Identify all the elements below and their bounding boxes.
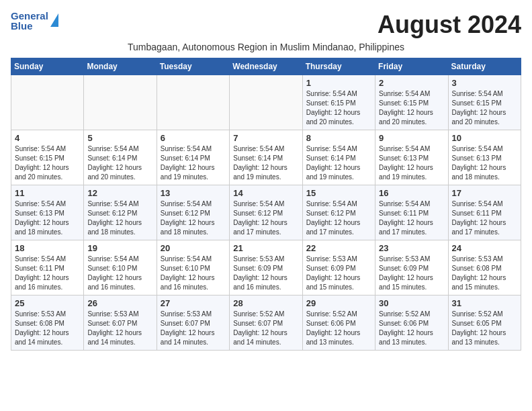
day-info: Sunrise: 5:54 AMSunset: 6:15 PMDaylight:… [306, 89, 371, 127]
day-number: 29 [306, 298, 371, 308]
calendar-cell: 28Sunrise: 5:52 AMSunset: 6:07 PMDayligh… [230, 295, 302, 351]
day-info: Sunrise: 5:53 AMSunset: 6:07 PMDaylight:… [161, 310, 226, 347]
day-number: 19 [87, 243, 152, 253]
weekday-header-sunday: Sunday [11, 58, 84, 75]
calendar-cell: 24Sunrise: 5:53 AMSunset: 6:08 PMDayligh… [448, 240, 521, 295]
day-info: Sunrise: 5:54 AMSunset: 6:11 PMDaylight:… [452, 199, 517, 237]
calendar-cell: 1Sunrise: 5:54 AMSunset: 6:15 PMDaylight… [302, 75, 375, 130]
day-info: Sunrise: 5:53 AMSunset: 6:08 PMDaylight:… [15, 310, 80, 347]
day-number: 3 [452, 78, 517, 88]
calendar-cell: 11Sunrise: 5:54 AMSunset: 6:13 PMDayligh… [11, 185, 84, 240]
week-row-3: 11Sunrise: 5:54 AMSunset: 6:13 PMDayligh… [11, 185, 521, 240]
calendar-table: SundayMondayTuesdayWednesdayThursdayFrid… [11, 58, 521, 351]
weekday-header-monday: Monday [84, 58, 157, 75]
calendar-cell: 27Sunrise: 5:53 AMSunset: 6:07 PMDayligh… [157, 295, 229, 351]
day-number: 25 [15, 298, 80, 308]
calendar-cell: 8Sunrise: 5:54 AMSunset: 6:14 PMDaylight… [302, 130, 375, 185]
day-info: Sunrise: 5:54 AMSunset: 6:11 PMDaylight:… [379, 199, 444, 237]
day-info: Sunrise: 5:53 AMSunset: 6:09 PMDaylight:… [379, 255, 444, 292]
day-number: 11 [15, 188, 80, 198]
day-number: 2 [379, 78, 444, 88]
day-info: Sunrise: 5:53 AMSunset: 6:09 PMDaylight:… [306, 255, 371, 292]
day-info: Sunrise: 5:54 AMSunset: 6:13 PMDaylight:… [15, 199, 80, 237]
calendar-cell: 19Sunrise: 5:54 AMSunset: 6:10 PMDayligh… [84, 240, 157, 295]
day-number: 18 [15, 243, 80, 253]
logo: General Blue [11, 11, 58, 31]
day-info: Sunrise: 5:54 AMSunset: 6:15 PMDaylight:… [452, 89, 517, 127]
day-number: 1 [306, 78, 371, 88]
calendar-cell: 15Sunrise: 5:54 AMSunset: 6:12 PMDayligh… [302, 185, 375, 240]
day-number: 17 [452, 188, 517, 198]
day-info: Sunrise: 5:53 AMSunset: 6:09 PMDaylight:… [233, 255, 298, 292]
calendar-cell: 31Sunrise: 5:52 AMSunset: 6:05 PMDayligh… [448, 295, 521, 351]
day-info: Sunrise: 5:54 AMSunset: 6:13 PMDaylight:… [452, 144, 517, 182]
day-info: Sunrise: 5:54 AMSunset: 6:15 PMDaylight:… [15, 144, 80, 182]
calendar-cell: 29Sunrise: 5:52 AMSunset: 6:06 PMDayligh… [302, 295, 375, 351]
calendar-cell [11, 75, 84, 130]
day-number: 21 [233, 243, 298, 253]
calendar-cell: 18Sunrise: 5:54 AMSunset: 6:11 PMDayligh… [11, 240, 84, 295]
day-info: Sunrise: 5:54 AMSunset: 6:14 PMDaylight:… [306, 144, 371, 182]
day-info: Sunrise: 5:54 AMSunset: 6:15 PMDaylight:… [379, 89, 444, 127]
day-number: 22 [306, 243, 371, 253]
calendar-cell [157, 75, 229, 130]
weekday-header-row: SundayMondayTuesdayWednesdayThursdayFrid… [11, 58, 521, 75]
calendar-cell: 14Sunrise: 5:54 AMSunset: 6:12 PMDayligh… [230, 185, 302, 240]
day-number: 30 [379, 298, 444, 308]
calendar-cell: 4Sunrise: 5:54 AMSunset: 6:15 PMDaylight… [11, 130, 84, 185]
day-number: 4 [15, 133, 80, 143]
weekday-header-friday: Friday [375, 58, 448, 75]
day-info: Sunrise: 5:54 AMSunset: 6:11 PMDaylight:… [15, 255, 80, 292]
day-number: 6 [161, 133, 226, 143]
calendar-cell: 2Sunrise: 5:54 AMSunset: 6:15 PMDaylight… [375, 75, 448, 130]
weekday-header-wednesday: Wednesday [230, 58, 302, 75]
day-number: 31 [452, 298, 517, 308]
day-number: 9 [379, 133, 444, 143]
day-info: Sunrise: 5:52 AMSunset: 6:05 PMDaylight:… [452, 310, 517, 347]
day-number: 10 [452, 133, 517, 143]
day-info: Sunrise: 5:54 AMSunset: 6:10 PMDaylight:… [87, 255, 152, 292]
week-row-2: 4Sunrise: 5:54 AMSunset: 6:15 PMDaylight… [11, 130, 521, 185]
logo-blue: Blue [11, 21, 48, 31]
day-number: 28 [233, 298, 298, 308]
calendar-cell: 30Sunrise: 5:52 AMSunset: 6:06 PMDayligh… [375, 295, 448, 351]
week-row-4: 18Sunrise: 5:54 AMSunset: 6:11 PMDayligh… [11, 240, 521, 295]
day-info: Sunrise: 5:54 AMSunset: 6:13 PMDaylight:… [379, 144, 444, 182]
weekday-header-thursday: Thursday [302, 58, 375, 75]
calendar-cell: 20Sunrise: 5:54 AMSunset: 6:10 PMDayligh… [157, 240, 229, 295]
day-info: Sunrise: 5:52 AMSunset: 6:06 PMDaylight:… [379, 310, 444, 347]
calendar-cell: 16Sunrise: 5:54 AMSunset: 6:11 PMDayligh… [375, 185, 448, 240]
day-number: 27 [161, 298, 226, 308]
day-info: Sunrise: 5:54 AMSunset: 6:10 PMDaylight:… [161, 255, 226, 292]
subtitle: Tumbagaan, Autonomous Region in Muslim M… [11, 42, 521, 52]
day-number: 12 [87, 188, 152, 198]
day-number: 26 [87, 298, 152, 308]
calendar-cell: 23Sunrise: 5:53 AMSunset: 6:09 PMDayligh… [375, 240, 448, 295]
calendar-cell [84, 75, 157, 130]
day-number: 5 [87, 133, 152, 143]
day-info: Sunrise: 5:53 AMSunset: 6:07 PMDaylight:… [87, 310, 152, 347]
day-number: 14 [233, 188, 298, 198]
day-info: Sunrise: 5:53 AMSunset: 6:08 PMDaylight:… [452, 255, 517, 292]
day-number: 15 [306, 188, 371, 198]
calendar-cell: 6Sunrise: 5:54 AMSunset: 6:14 PMDaylight… [157, 130, 229, 185]
day-info: Sunrise: 5:54 AMSunset: 6:14 PMDaylight:… [233, 144, 298, 182]
logo-general: General [11, 11, 48, 21]
logo-triangle-icon [50, 13, 58, 27]
week-row-1: 1Sunrise: 5:54 AMSunset: 6:15 PMDaylight… [11, 75, 521, 130]
calendar-cell: 5Sunrise: 5:54 AMSunset: 6:14 PMDaylight… [84, 130, 157, 185]
calendar-cell: 12Sunrise: 5:54 AMSunset: 6:12 PMDayligh… [84, 185, 157, 240]
calendar-cell: 25Sunrise: 5:53 AMSunset: 6:08 PMDayligh… [11, 295, 84, 351]
calendar-cell: 10Sunrise: 5:54 AMSunset: 6:13 PMDayligh… [448, 130, 521, 185]
day-number: 16 [379, 188, 444, 198]
weekday-header-saturday: Saturday [448, 58, 521, 75]
day-number: 20 [161, 243, 226, 253]
calendar-cell: 17Sunrise: 5:54 AMSunset: 6:11 PMDayligh… [448, 185, 521, 240]
day-info: Sunrise: 5:54 AMSunset: 6:12 PMDaylight:… [306, 199, 371, 237]
day-number: 23 [379, 243, 444, 253]
calendar-cell: 3Sunrise: 5:54 AMSunset: 6:15 PMDaylight… [448, 75, 521, 130]
day-number: 13 [161, 188, 226, 198]
calendar-cell: 22Sunrise: 5:53 AMSunset: 6:09 PMDayligh… [302, 240, 375, 295]
day-info: Sunrise: 5:52 AMSunset: 6:06 PMDaylight:… [306, 310, 371, 347]
day-number: 7 [233, 133, 298, 143]
